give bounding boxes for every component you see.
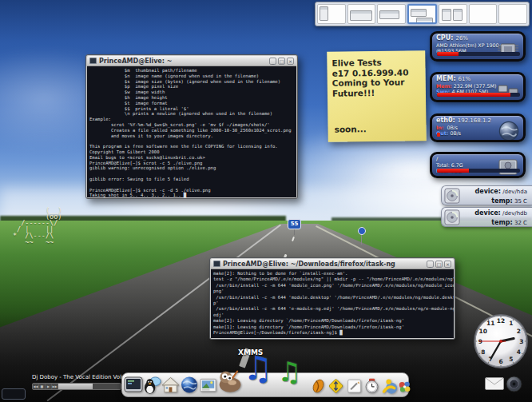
terminal-window-scrot: PrinceAMD@Elive: ~ _ □ × $m thumbnail pa… — [85, 54, 298, 199]
temp-label: temp: — [491, 219, 513, 226]
net-out-value: 0B/s — [450, 130, 461, 136]
pager-mini-window — [416, 18, 433, 24]
sticky-note[interactable]: Elive Tests e17 0.16.999.40 Coming to Yo… — [327, 50, 427, 142]
coffee-bean-icon[interactable] — [310, 377, 327, 395]
playback-progress-bar[interactable]: ◀◀■▶▶▶ — [32, 383, 121, 390]
window-titlebar[interactable]: PrinceAMD@Elive: ~ _ □ × — [87, 56, 296, 66]
cpu-percent: 26% — [455, 35, 468, 42]
mem-label: Mem: — [436, 83, 452, 89]
svg-text:2: 2 — [517, 328, 521, 335]
terminal-launcher-icon[interactable] — [124, 376, 143, 395]
device-value: /dev/hda — [502, 189, 527, 195]
mem-percent: 61% — [459, 76, 471, 82]
net-activity-tick — [437, 133, 440, 137]
packages-icon[interactable] — [397, 379, 412, 395]
close-button[interactable]: × — [444, 261, 451, 268]
disk-total-value: 6.7G — [451, 162, 463, 168]
mem-title: MEM: — [436, 75, 456, 82]
road-sign — [358, 227, 366, 235]
close-button[interactable]: × — [287, 58, 294, 65]
terminal-output[interactable]: $m thumbnail path/filename $n image name… — [87, 66, 296, 197]
sticky-note-footer: soon... — [334, 124, 366, 134]
pager-desktop[interactable] — [439, 4, 467, 24]
disk-temp-gadget[interactable]: device: /dev/hdatemp: 35 C — [441, 185, 532, 205]
pager-mini-window — [320, 6, 328, 21]
pager-mini-window — [453, 9, 463, 21]
analog-clock-gadget[interactable]: 121234567891011 — [472, 312, 530, 370]
pager-desktop[interactable] — [469, 4, 498, 24]
hard-drive-icon — [496, 157, 520, 177]
pager-desktop[interactable] — [498, 4, 527, 24]
window-title: PrinceAMD@Elive: ~ — [99, 58, 269, 65]
pager-mini-window — [379, 10, 399, 19]
media-control-button[interactable]: ▶▶ — [52, 384, 58, 389]
svg-text:8: 8 — [481, 348, 485, 356]
minimize-button[interactable]: _ — [269, 58, 276, 65]
progress-fill — [58, 384, 93, 389]
speaker-icon — [506, 376, 522, 392]
pager-desktop[interactable] — [377, 4, 406, 24]
device-value: /dev/hdb — [502, 210, 527, 217]
maximize-button[interactable]: □ — [435, 261, 443, 268]
volume-mixer-gadget[interactable] — [506, 376, 522, 392]
cpu-monitor-gadget[interactable]: CPU:26% AMD Athlon(tm) XP 1900+ @1593.56… — [430, 31, 526, 62]
chat-penguin-icon[interactable] — [143, 376, 161, 395]
ram-chips-icon — [496, 82, 520, 100]
audio-player-note-icon[interactable]: ♫ — [277, 360, 303, 395]
notes-pencil-icon[interactable] — [346, 377, 363, 395]
network-monitor-gadget[interactable]: eth0:192.168.1.2 In: 0B/s Out: 0B/s — [430, 113, 526, 142]
net-in-value: 0B/s — [447, 125, 458, 130]
corner-gadget[interactable] — [2, 388, 26, 400]
cowsay-ascii-art: (__) (oo) /------\/ / | || * /\---/\ ~~ … — [13, 207, 62, 245]
media-control-button[interactable]: ▶ — [46, 384, 52, 389]
alarm-clock-icon[interactable] — [363, 377, 380, 395]
device-label: device: — [475, 188, 501, 195]
image-viewer-icon[interactable] — [199, 376, 217, 395]
svg-text:1: 1 — [509, 320, 513, 327]
window-titlebar[interactable]: PrinceAMD@Elive: ~/Downloads/firefox/ita… — [211, 259, 454, 269]
svg-text:6: 6 — [498, 358, 502, 365]
media-control-button[interactable]: ◀◀ — [33, 384, 39, 389]
globe-icon — [498, 120, 520, 142]
terminal-window-icon — [213, 261, 220, 267]
media-control-button[interactable]: ■ — [39, 384, 46, 389]
pager-desktop-active[interactable] — [407, 4, 438, 24]
mail-gadget[interactable] — [485, 377, 504, 390]
gimp-icon[interactable] — [217, 366, 243, 395]
disk-monitor-gadget[interactable]: / Total: 6.7G Free: 4.2G — [430, 152, 526, 178]
cpu-title: CPU: — [436, 34, 453, 42]
sticky-note-line: Future!!! — [332, 87, 421, 98]
aim-messenger-icon[interactable] — [381, 377, 398, 395]
disk-icon — [444, 209, 460, 225]
sign-pole — [361, 235, 362, 245]
svg-text:3: 3 — [519, 338, 523, 345]
pager-mini-window — [442, 9, 451, 21]
cpu-usage-bar — [437, 52, 520, 56]
svg-text:5: 5 — [509, 356, 513, 363]
memory-monitor-gadget[interactable]: MEM:61% Mem: 232.9M (377.5M) Swp: 4.6M (… — [430, 72, 526, 102]
terminal-window-icon — [89, 58, 97, 64]
mem-usage-bar — [437, 93, 520, 97]
web-browser-icon[interactable] — [180, 375, 199, 395]
updates-diamond-icon[interactable] — [328, 377, 344, 395]
maximize-button[interactable]: □ — [278, 58, 285, 65]
disk-temp-gadget[interactable]: device: /dev/hdbtemp: 32 C — [441, 207, 532, 227]
desktop-pager — [315, 2, 530, 26]
eth0-title: eth0: — [436, 117, 455, 124]
pager-mini-window — [411, 9, 427, 17]
pager-desktop[interactable] — [347, 4, 376, 24]
window-title: PrinceAMD@Elive: ~/Downloads/firefox/ita… — [223, 261, 427, 268]
disk-usage-bar — [437, 169, 520, 173]
minimize-button[interactable]: _ — [427, 261, 434, 268]
dock-tooltip: XMMS — [238, 348, 263, 356]
disk-total-label: Total: — [436, 162, 450, 168]
sign-pole — [294, 229, 295, 235]
svg-text:10: 10 — [479, 328, 487, 335]
eth0-ip: 192.168.1.2 — [458, 117, 491, 124]
pager-desktop[interactable] — [317, 4, 346, 24]
terminal-output[interactable]: make[2]: Nothing to be done for `install… — [211, 269, 454, 338]
home-folder-icon[interactable] — [161, 376, 180, 395]
pager-mini-window — [350, 10, 372, 21]
disk-icon — [444, 188, 460, 204]
xmms-music-note-icon[interactable]: ♫ — [243, 353, 273, 395]
